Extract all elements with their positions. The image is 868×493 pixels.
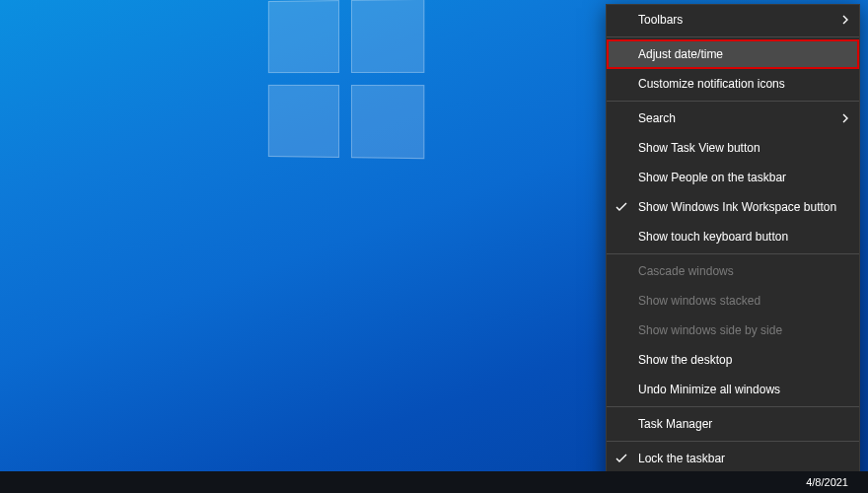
menu-label: Show touch keyboard button [638, 230, 788, 244]
menu-item-stacked: Show windows stacked [607, 286, 859, 316]
menu-label: Customize notification icons [638, 77, 785, 91]
menu-label: Toolbars [638, 13, 683, 27]
menu-label: Show the desktop [638, 353, 732, 367]
check-icon [615, 202, 627, 212]
desktop-background[interactable]: Toolbars Adjust date/time Customize noti… [0, 0, 868, 493]
menu-separator [607, 441, 859, 442]
menu-label: Show windows side by side [638, 323, 782, 337]
windows-logo [268, 0, 424, 159]
logo-pane [268, 0, 339, 73]
menu-separator [607, 406, 859, 407]
chevron-right-icon [841, 113, 849, 123]
menu-label: Adjust date/time [638, 47, 723, 61]
menu-item-task-manager[interactable]: Task Manager [607, 409, 859, 439]
menu-label: Lock the taskbar [638, 452, 725, 465]
chevron-right-icon [841, 15, 849, 25]
menu-item-search[interactable]: Search [607, 104, 859, 133]
logo-pane [351, 85, 424, 159]
logo-pane [351, 0, 424, 73]
menu-label: Search [638, 111, 676, 125]
menu-item-show-people[interactable]: Show People on the taskbar [607, 163, 859, 192]
logo-pane [268, 85, 339, 158]
check-icon [615, 454, 627, 463]
menu-label: Cascade windows [638, 264, 734, 278]
menu-label: Show People on the taskbar [638, 171, 786, 184]
menu-label: Task Manager [638, 417, 712, 431]
menu-item-show-task-view[interactable]: Show Task View button [607, 133, 859, 163]
menu-label: Show windows stacked [638, 294, 760, 308]
menu-item-show-desktop[interactable]: Show the desktop [607, 345, 859, 375]
menu-label: Undo Minimize all windows [638, 383, 780, 396]
menu-item-show-touch-kb[interactable]: Show touch keyboard button [607, 222, 859, 251]
menu-item-toolbars[interactable]: Toolbars [607, 5, 859, 35]
menu-item-side-by-side: Show windows side by side [607, 316, 859, 345]
taskbar-date[interactable]: 4/8/2021 [806, 476, 848, 488]
menu-item-customize-icons[interactable]: Customize notification icons [607, 69, 859, 99]
taskbar[interactable]: 4/8/2021 [0, 471, 868, 493]
menu-separator [607, 36, 859, 37]
menu-label: Show Task View button [638, 141, 760, 155]
menu-item-cascade: Cascade windows [607, 256, 859, 286]
menu-separator [607, 101, 859, 102]
menu-item-lock-taskbar[interactable]: Lock the taskbar [607, 444, 859, 473]
taskbar-context-menu: Toolbars Adjust date/time Customize noti… [606, 4, 860, 493]
menu-item-show-ink[interactable]: Show Windows Ink Workspace button [607, 192, 859, 222]
menu-separator [607, 253, 859, 254]
menu-label: Show Windows Ink Workspace button [638, 200, 836, 214]
menu-item-adjust-date-time[interactable]: Adjust date/time [607, 39, 859, 69]
menu-item-undo-minimize[interactable]: Undo Minimize all windows [607, 375, 859, 404]
